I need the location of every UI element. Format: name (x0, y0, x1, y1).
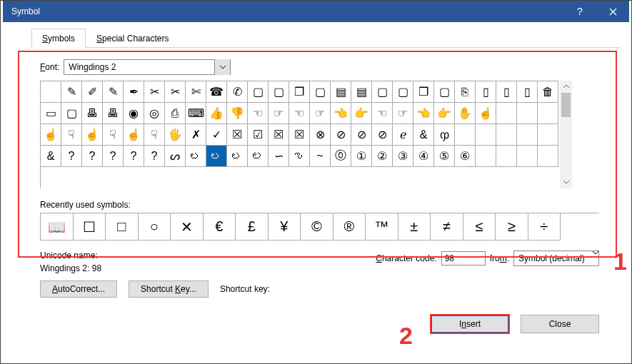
recent-symbol-cell[interactable]: ® (333, 213, 366, 241)
symbol-cell[interactable]: ☜ (248, 103, 269, 124)
symbol-cell[interactable]: 🖶 (82, 103, 103, 124)
symbol-cell[interactable]: ☑ (248, 124, 269, 146)
symbol-cell[interactable]: ✒ (124, 81, 144, 103)
recent-symbol-cell[interactable]: € (204, 213, 236, 241)
symbol-cell[interactable]: ☞ (393, 103, 413, 124)
symbol-cell[interactable]: 👈 (413, 103, 434, 124)
symbol-cell[interactable]: ☎ (206, 81, 227, 103)
symbol-cell[interactable] (517, 124, 538, 146)
symbol-cell[interactable]: ▯ (517, 81, 538, 103)
symbol-cell[interactable]: ಲ (206, 146, 227, 167)
recent-symbol-cell[interactable]: ○ (139, 213, 171, 241)
insert-button[interactable]: Insert (431, 315, 509, 333)
symbol-cell[interactable]: ❐ (413, 81, 434, 103)
grid-scrollbar[interactable] (560, 81, 572, 188)
symbol-cell[interactable]: ② (372, 146, 393, 167)
recent-symbol-cell[interactable]: ☐ (74, 213, 106, 241)
symbol-cell[interactable]: 👉 (351, 103, 372, 124)
symbol-cell[interactable]: ③ (393, 146, 413, 167)
symbol-cell[interactable] (476, 146, 496, 167)
character-code-input[interactable] (441, 251, 486, 266)
font-combo-chevron[interactable] (214, 59, 230, 75)
from-combo[interactable] (513, 251, 599, 266)
recent-symbol-cell[interactable]: □ (106, 213, 139, 241)
symbol-cell[interactable]: & (413, 124, 434, 146)
symbol-cell[interactable] (496, 103, 517, 124)
symbol-cell[interactable] (538, 146, 558, 167)
symbol-cell[interactable]: ☝ (476, 103, 496, 124)
symbol-cell[interactable]: ④ (413, 146, 434, 167)
symbol-cell[interactable]: ▯ (496, 81, 517, 103)
scroll-down-button[interactable] (560, 176, 572, 188)
symbol-cell[interactable]: ☝ (124, 124, 144, 146)
autocorrect-button[interactable]: AutoCorrect... (40, 280, 117, 298)
symbol-cell[interactable]: ? (144, 146, 165, 167)
symbol-cell[interactable]: ☟ (144, 124, 165, 146)
symbol-cell[interactable]: ⊗ (310, 124, 331, 146)
symbol-cell[interactable]: ☜ (372, 103, 393, 124)
close-window-button[interactable] (596, 1, 629, 22)
symbol-cell[interactable]: ల (248, 146, 269, 167)
recent-symbol-cell[interactable]: ± (398, 213, 431, 241)
tab-symbols[interactable]: Symbols (31, 29, 86, 48)
symbol-cell[interactable]: ⓪ (331, 146, 351, 167)
symbol-cell[interactable]: ✎ (61, 81, 82, 103)
symbol-cell[interactable]: 👈 (331, 103, 351, 124)
symbol-cell[interactable]: ⊘ (372, 124, 393, 146)
symbol-cell[interactable]: ~ (310, 146, 331, 167)
font-combo[interactable] (64, 59, 231, 75)
symbol-cell[interactable]: ⎘ (455, 81, 476, 103)
symbol-cell[interactable]: ☞ (310, 103, 331, 124)
symbol-cell[interactable]: ☒ (289, 124, 310, 146)
symbol-cell[interactable]: ᔕ (165, 146, 186, 167)
symbol-cell[interactable]: ? (124, 146, 144, 167)
symbol-cell[interactable]: ☝ (41, 124, 61, 146)
symbol-cell[interactable] (496, 124, 517, 146)
symbol-cell[interactable]: ▢ (269, 81, 289, 103)
symbol-cell[interactable] (538, 103, 558, 124)
symbol-cell[interactable]: ☞ (269, 103, 289, 124)
symbol-cell[interactable]: ▢ (248, 81, 269, 103)
symbol-cell[interactable]: ▤ (331, 81, 351, 103)
symbol-cell[interactable]: 🖶 (103, 103, 124, 124)
symbol-cell[interactable]: ✂ (165, 81, 186, 103)
symbol-cell[interactable] (41, 81, 61, 103)
symbol-cell[interactable]: ▢ (61, 103, 82, 124)
from-combo-chevron[interactable] (593, 251, 598, 266)
symbol-cell[interactable]: ⊘ (351, 124, 372, 146)
recent-symbol-cell[interactable]: £ (236, 213, 269, 241)
symbol-cell[interactable]: ▢ (393, 81, 413, 103)
symbol-cell[interactable]: ✆ (227, 81, 248, 103)
symbol-cell[interactable] (476, 124, 496, 146)
symbol-cell[interactable]: ⎙ (165, 103, 186, 124)
symbol-cell[interactable]: ⊘ (331, 124, 351, 146)
recent-symbol-cell[interactable]: 📖 (41, 213, 74, 241)
recent-symbol-cell[interactable]: ✕ (171, 213, 204, 241)
symbol-cell[interactable]: 👉 (434, 103, 455, 124)
symbol-cell[interactable]: ◎ (144, 103, 165, 124)
recent-symbol-cell[interactable]: ™ (366, 213, 398, 241)
symbol-cell[interactable]: 👍 (206, 103, 227, 124)
symbol-cell[interactable]: ? (61, 146, 82, 167)
symbol-cell[interactable]: ಲ (186, 146, 206, 167)
symbol-cell[interactable]: ? (82, 146, 103, 167)
from-input[interactable] (514, 251, 593, 266)
symbol-cell[interactable]: ✋ (455, 103, 476, 124)
symbol-cell[interactable]: ☝ (82, 124, 103, 146)
font-input[interactable] (64, 60, 214, 74)
symbol-cell[interactable]: ☜ (289, 103, 310, 124)
symbol-cell[interactable]: ✓ (206, 124, 227, 146)
symbol-cell[interactable]: ✎ (103, 81, 124, 103)
symbol-cell[interactable]: ✐ (82, 81, 103, 103)
scroll-up-button[interactable] (560, 81, 572, 93)
symbol-cell[interactable]: 👎 (227, 103, 248, 124)
recent-symbol-cell[interactable]: ≠ (431, 213, 463, 241)
symbol-cell[interactable] (517, 103, 538, 124)
symbol-cell[interactable]: ℯ (393, 124, 413, 146)
recent-symbol-cell[interactable]: ÷ (528, 213, 561, 241)
recent-symbol-cell[interactable]: © (301, 213, 333, 241)
symbol-cell[interactable]: 🖐 (165, 124, 186, 146)
help-button[interactable]: ? (563, 1, 596, 22)
close-button[interactable]: Close (521, 315, 599, 333)
symbol-cell[interactable]: ◉ (124, 103, 144, 124)
